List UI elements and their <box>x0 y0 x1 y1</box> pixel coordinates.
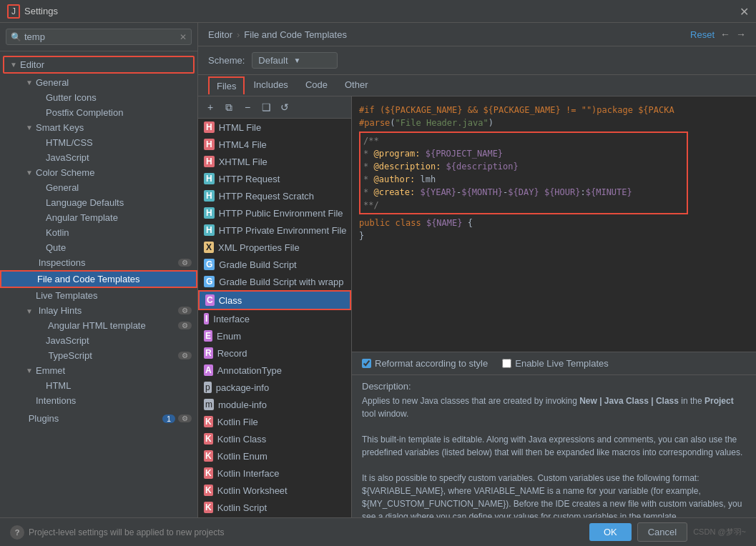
sidebar-item-postfix[interactable]: Postfix Completion <box>0 105 197 120</box>
code-line-1: #if (${PACKAGE_NAME} && ${PACKAGE_NAME} … <box>359 104 749 116</box>
sidebar-label: JavaScript <box>46 152 89 163</box>
sidebar-item-general2[interactable]: General <box>0 180 197 195</box>
file-item-css-file[interactable]: C CSS File <box>198 516 351 517</box>
reset-template-button[interactable]: ↺ <box>277 99 293 115</box>
kotlin-enum-icon: K <box>204 450 213 462</box>
enable-live-checkbox-label[interactable]: Enable Live Templates <box>502 358 609 369</box>
scheme-bar: Scheme: Default ▼ <box>198 46 756 75</box>
sidebar-item-smart-keys[interactable]: ▼ Smart Keys <box>0 120 197 135</box>
sidebar-item-gutter-icons[interactable]: Gutter Icons <box>0 90 197 105</box>
http-scratch-icon: H <box>204 190 215 202</box>
forward-button[interactable]: → <box>736 29 746 40</box>
sidebar-item-html-css[interactable]: HTML/CSS <box>0 135 197 150</box>
file-item-kotlin-interface[interactable]: K Kotlin Interface <box>198 465 351 482</box>
file-item-kotlin-class[interactable]: K Kotlin Class <box>198 430 351 447</box>
file-label: Enum <box>217 331 241 342</box>
file-item-kotlin-enum[interactable]: K Kotlin Enum <box>198 447 351 465</box>
sidebar-label: Intentions <box>36 395 76 406</box>
cancel-button[interactable]: Cancel <box>637 522 687 542</box>
bottom-controls: Reformat according to style Enable Live … <box>352 352 756 374</box>
sidebar-item-editor[interactable]: ▼ Editor <box>3 56 195 74</box>
clear-search-icon[interactable]: ✕ <box>180 32 187 42</box>
sidebar-item-angular-html[interactable]: Angular HTML template ⚙ <box>0 318 197 333</box>
file-item-xml-properties[interactable]: X XML Properties File <box>198 239 351 256</box>
close-button[interactable]: ✕ <box>740 4 749 18</box>
file-item-kotlin-script[interactable]: K Kotlin Script <box>198 499 351 516</box>
code-editor[interactable]: #if (${PACKAGE_NAME} && ${PACKAGE_NAME} … <box>352 96 756 352</box>
sidebar-item-language-defaults[interactable]: Language Defaults <box>0 195 197 210</box>
help-button[interactable]: ? <box>10 525 24 540</box>
sidebar-label: General <box>36 77 69 88</box>
file-item-gradle-wrap[interactable]: G Gradle Build Script with wrapp <box>198 273 351 290</box>
reformat-checkbox[interactable] <box>362 359 371 368</box>
sidebar-item-kotlin[interactable]: Kotlin <box>0 225 197 240</box>
file-item-record[interactable]: R Record <box>198 344 351 362</box>
sidebar-item-inspections[interactable]: Inspections ⚙ <box>0 255 197 270</box>
file-item-xhtml-file[interactable]: H XHTML File <box>198 153 351 170</box>
code-line-6: * @author: lmh <box>363 173 684 186</box>
sidebar-item-qute[interactable]: Qute <box>0 240 197 255</box>
ok-button[interactable]: OK <box>589 523 632 541</box>
tab-other[interactable]: Other <box>336 75 377 96</box>
description-panel: Description: Applies to new Java classes… <box>352 374 756 517</box>
sidebar-item-plugins[interactable]: Plugins 1 ⚙ <box>0 411 197 426</box>
file-item-enum[interactable]: E Enum <box>198 327 351 344</box>
sidebar-item-live-templates[interactable]: Live Templates <box>0 288 197 303</box>
plugins-count-badge: 1 <box>162 415 175 423</box>
add-template-button[interactable]: + <box>202 99 218 115</box>
duplicate-template-button[interactable]: ❑ <box>258 99 274 115</box>
sidebar-label: HTML/CSS <box>46 137 93 148</box>
tab-includes[interactable]: Includes <box>245 75 296 96</box>
file-item-http-private-env[interactable]: H HTTP Private Environment File <box>198 222 351 239</box>
file-item-kotlin-worksheet[interactable]: K Kotlin Worksheet <box>198 482 351 499</box>
file-item-http-public-env[interactable]: H HTTP Public Environment File <box>198 204 351 222</box>
sidebar-item-color-scheme[interactable]: ▼ Color Scheme <box>0 165 197 180</box>
remove-template-button[interactable]: − <box>240 99 255 115</box>
sidebar-item-emmet[interactable]: ▼ Emmet <box>0 363 197 378</box>
file-item-http-request-scratch[interactable]: H HTTP Request Scratch <box>198 187 351 204</box>
sidebar-item-javascript[interactable]: JavaScript <box>0 150 197 165</box>
sidebar-item-general[interactable]: ▼ General <box>0 75 197 90</box>
tab-code[interactable]: Code <box>297 75 336 96</box>
file-item-html-file[interactable]: H HTML File <box>198 119 351 136</box>
file-item-kotlin-file[interactable]: K Kotlin File <box>198 413 351 430</box>
file-item-package-info[interactable]: p package-info <box>198 379 351 396</box>
description-text: Applies to new Java classes that are cre… <box>362 394 746 517</box>
file-item-class[interactable]: C Class <box>198 290 351 310</box>
sidebar-item-javascript2[interactable]: JavaScript <box>0 333 197 348</box>
sidebar-item-file-code-templates[interactable]: File and Code Templates <box>0 270 197 288</box>
tab-files[interactable]: Files <box>208 76 245 94</box>
scheme-dropdown[interactable]: Default ▼ <box>252 52 338 69</box>
sidebar-item-html-emmet[interactable]: HTML <box>0 378 197 393</box>
expand-arrow: ▼ <box>26 124 36 131</box>
gradle-icon: G <box>204 259 215 270</box>
html4-file-icon: H <box>204 139 215 150</box>
sidebar-label: General <box>46 182 79 193</box>
enable-live-checkbox[interactable] <box>502 359 511 368</box>
expand-arrow: ▼ <box>26 169 36 177</box>
reset-button[interactable]: Reset <box>690 29 715 40</box>
file-label: HTML File <box>219 122 261 133</box>
copy-template-button[interactable]: ⧉ <box>221 99 237 115</box>
file-label: Kotlin Enum <box>217 451 267 462</box>
reformat-checkbox-label[interactable]: Reformat according to style <box>362 358 488 369</box>
file-item-http-request[interactable]: H HTTP Request <box>198 170 351 187</box>
search-icon: 🔍 <box>11 32 21 42</box>
sidebar-label: Plugins <box>29 413 59 424</box>
enum-icon: E <box>204 330 212 342</box>
file-item-interface[interactable]: I Interface <box>198 310 351 327</box>
search-input[interactable] <box>24 31 180 42</box>
sidebar-item-inlay-hints[interactable]: ▼ Inlay Hints ⚙ <box>0 303 197 318</box>
file-item-annotation-type[interactable]: A AnnotationType <box>198 362 351 379</box>
sidebar-item-intentions[interactable]: Intentions <box>0 393 197 408</box>
sidebar-item-angular-template[interactable]: Angular Template <box>0 210 197 225</box>
watermark: CSDN @梦羽~ <box>693 527 746 537</box>
sidebar-label: Kotlin <box>46 227 69 238</box>
sidebar-item-typescript[interactable]: TypeScript ⚙ <box>0 348 197 363</box>
back-button[interactable]: ← <box>720 29 730 40</box>
file-item-html4-file[interactable]: H HTML4 File <box>198 136 351 153</box>
file-item-gradle-build[interactable]: G Gradle Build Script <box>198 256 351 273</box>
file-label: HTTP Public Environment File <box>219 208 343 219</box>
code-line-7: * @create: ${YEAR}-${MONTH}-${DAY} ${HOU… <box>363 186 684 199</box>
file-item-module-info[interactable]: m module-info <box>198 396 351 413</box>
